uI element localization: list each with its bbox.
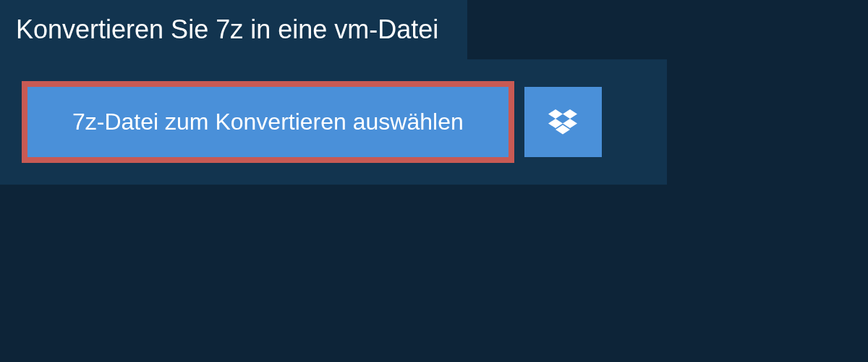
select-button-highlight: 7z-Datei zum Konvertieren auswählen — [22, 81, 514, 163]
button-row: 7z-Datei zum Konvertieren auswählen — [22, 81, 645, 163]
dropbox-icon — [548, 109, 577, 135]
page-title: Konvertieren Sie 7z in eine vm-Datei — [16, 14, 438, 45]
select-file-button[interactable]: 7z-Datei zum Konvertieren auswählen — [27, 87, 509, 157]
dropbox-button[interactable] — [524, 87, 602, 157]
content-panel: 7z-Datei zum Konvertieren auswählen — [0, 59, 667, 185]
header-bar: Konvertieren Sie 7z in eine vm-Datei — [0, 0, 467, 59]
